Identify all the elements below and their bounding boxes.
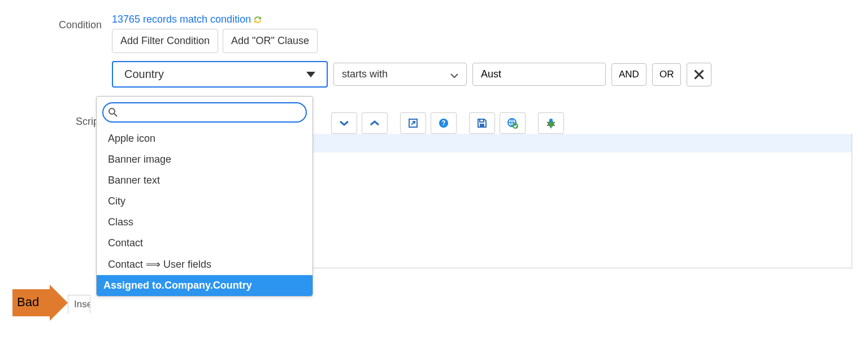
condition-label: Condition [16,14,112,31]
remove-button[interactable] [687,63,711,86]
bad-annotation: Bad [12,285,67,321]
insert-tab-partial[interactable]: Inse [68,295,90,313]
close-icon [693,69,705,80]
caret-down-icon [306,72,315,77]
help-button[interactable]: ? [431,112,457,134]
collapse-up-button[interactable] [362,112,388,134]
dropdown-option[interactable]: Apple icon [97,128,313,149]
add-or-button[interactable]: Add "OR" Clause [223,29,318,53]
bad-label: Bad [17,295,39,310]
match-text: 13765 records match condition [112,14,251,25]
and-button[interactable]: AND [611,63,646,86]
globe-check-icon [507,117,518,129]
svg-rect-3 [480,119,484,122]
dropdown-options: Apple icon Banner image Banner text City… [97,128,313,275]
operator-value: starts with [342,68,388,80]
dropdown-option[interactable]: City [97,191,313,212]
dropdown-option[interactable]: Contact [97,233,313,254]
debug-button[interactable] [538,112,564,134]
chevron-down-icon [339,120,349,127]
dropdown-search-input[interactable] [102,102,307,123]
search-icon [108,107,118,117]
svg-text:?: ? [441,119,445,127]
field-dropdown: Apple icon Banner image Banner text City… [96,96,313,297]
chevron-down-icon [450,71,458,79]
field-value: Country [124,68,164,81]
script-check-button[interactable] [500,112,526,134]
chevron-up-icon [370,120,380,127]
svg-point-8 [549,119,553,122]
expand-down-button[interactable] [331,112,357,134]
dropdown-option[interactable]: Banner text [97,170,313,191]
popout-icon [408,118,418,128]
dropdown-option[interactable]: Contact ⟹ User fields [97,254,313,275]
help-icon: ? [438,117,449,129]
or-button[interactable]: OR [652,63,682,86]
popout-button[interactable] [400,112,426,134]
condition-row: Condition 13765 records match condition … [16,14,852,95]
script-toolbar: ? [331,112,852,134]
value-input[interactable] [472,63,606,86]
dropdown-option[interactable]: Banner image [97,149,313,170]
dropdown-path[interactable]: Assigned to.Company.Country [97,275,313,296]
save-icon [477,118,487,128]
filter-row: Country starts with AND OR [112,61,852,88]
operator-select[interactable]: starts with [333,63,467,86]
svg-point-9 [109,108,115,114]
dropdown-option[interactable]: Class [97,212,313,233]
save-button[interactable] [469,112,495,134]
bug-icon [545,117,557,129]
add-filter-button[interactable]: Add Filter Condition [112,29,218,53]
svg-rect-4 [480,124,484,127]
match-link[interactable]: 13765 records match condition [112,14,262,25]
field-select[interactable]: Country [112,61,328,88]
refresh-icon [253,15,262,24]
